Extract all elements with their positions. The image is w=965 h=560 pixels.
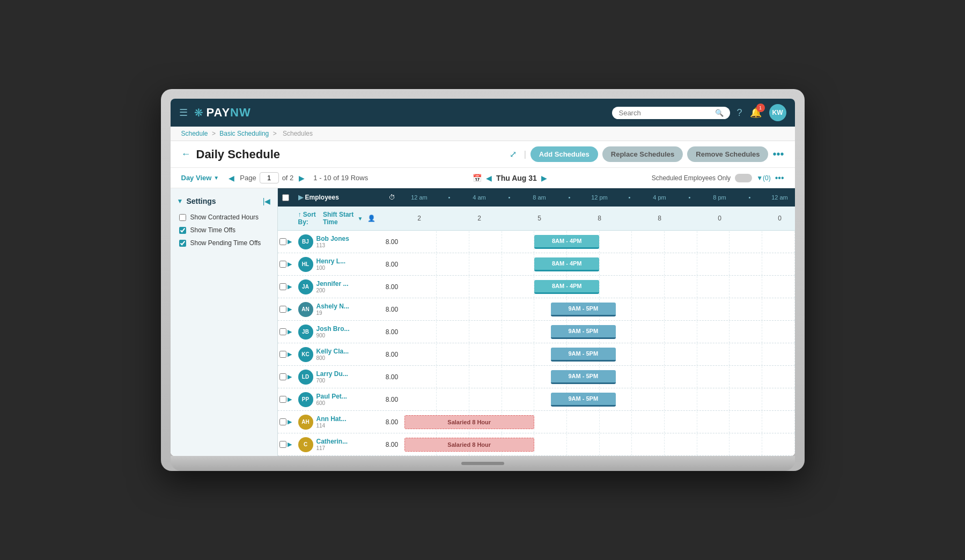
expand-icon[interactable]: ⤢: [510, 149, 517, 159]
shift-bar-1[interactable]: 8AM - 4PM: [534, 257, 600, 271]
emp-timeline-5[interactable]: 9AM - 5PM: [404, 344, 795, 365]
time-offs-checkbox[interactable]: [179, 227, 186, 234]
emp-expand-8[interactable]: ▶: [288, 418, 292, 425]
help-icon[interactable]: ?: [736, 107, 742, 119]
emp-info-3: AN Ashely N... 19: [294, 300, 380, 319]
emp-checkbox-8[interactable]: [279, 418, 286, 425]
shift-bar-6[interactable]: 9AM - 5PM: [551, 370, 616, 384]
emp-id-3: 19: [316, 310, 349, 316]
emp-name-9[interactable]: Catherin...: [316, 438, 348, 445]
back-button[interactable]: ←: [181, 149, 191, 160]
search-bar[interactable]: 🔍: [612, 107, 730, 119]
calendar-icon[interactable]: 📅: [473, 174, 482, 182]
emp-checkbox-2[interactable]: [279, 283, 286, 290]
settings-option-timeoffs[interactable]: Show Time Offs: [171, 224, 277, 237]
employee-row: ▶ JA Jennifer ... 200 8.00 8AM - 4PM: [278, 276, 795, 298]
time-label-4pm: 4 pm: [645, 194, 675, 201]
replace-schedules-button[interactable]: Replace Schedules: [602, 146, 683, 162]
emp-check-8: ▶: [278, 418, 294, 425]
logo-text: PAYNW: [207, 106, 251, 120]
time-label-8pm: 8 pm: [705, 194, 735, 201]
toolbar-more-button[interactable]: •••: [775, 173, 784, 183]
emp-name-0[interactable]: Bob Jones: [316, 235, 349, 242]
emp-timeline-1[interactable]: 8AM - 4PM: [404, 254, 795, 275]
page-prev-button[interactable]: ◀: [226, 174, 237, 182]
shift-bar-7[interactable]: 9AM - 5PM: [551, 393, 616, 407]
settings-option-contracted[interactable]: Show Contracted Hours: [171, 211, 277, 224]
menu-icon[interactable]: ☰: [179, 107, 188, 119]
emp-checkbox-6[interactable]: [279, 373, 286, 380]
emp-info-9: C Catherin... 117: [294, 435, 380, 454]
emp-expand-3[interactable]: ▶: [288, 306, 292, 313]
date-prev-button[interactable]: ◀: [486, 174, 492, 182]
shift-bar-5[interactable]: 9AM - 5PM: [551, 348, 616, 362]
emp-hours-9: 8.00: [380, 439, 404, 451]
page-next-button[interactable]: ▶: [297, 174, 307, 182]
view-dropdown-arrow: ▼: [213, 175, 219, 181]
time-label-dot1: •: [434, 194, 465, 201]
notification-badge: 1: [756, 104, 765, 112]
emp-checkbox-3[interactable]: [279, 306, 286, 313]
emp-name-5[interactable]: Kelly Cla...: [316, 348, 349, 355]
emp-expand-2[interactable]: ▶: [288, 283, 292, 290]
emp-checkbox-0[interactable]: [279, 238, 286, 245]
emp-expand-7[interactable]: ▶: [288, 396, 292, 403]
emp-expand-1[interactable]: ▶: [288, 261, 292, 268]
emp-avatar-8: AH: [298, 415, 313, 430]
employee-row: ▶ HL Henry L... 100 8.00 8AM - 4PM: [278, 253, 795, 276]
emp-timeline-3[interactable]: 9AM - 5PM: [404, 299, 795, 320]
shift-bar-0[interactable]: 8AM - 4PM: [534, 235, 600, 249]
shift-bar-3[interactable]: 9AM - 5PM: [551, 303, 616, 316]
remove-schedules-button[interactable]: Remove Schedules: [687, 146, 768, 162]
emp-checkbox-9[interactable]: [279, 441, 286, 448]
emp-name-4[interactable]: Josh Bro...: [316, 325, 350, 333]
emp-name-3[interactable]: Ashely N...: [316, 303, 349, 310]
emp-expand-9[interactable]: ▶: [288, 441, 292, 448]
shift-bar-2[interactable]: 8AM - 4PM: [534, 280, 600, 294]
page-input[interactable]: [260, 172, 279, 183]
time-label-dot6: •: [735, 194, 765, 201]
time-label-dot2: •: [495, 194, 525, 201]
emp-expand-0[interactable]: ▶: [288, 238, 292, 245]
emp-checkbox-7[interactable]: [279, 396, 286, 403]
user-avatar[interactable]: KW: [769, 104, 786, 121]
emp-timeline-4[interactable]: 9AM - 5PM: [404, 321, 795, 343]
pending-time-offs-checkbox[interactable]: [179, 240, 186, 247]
shift-bar-8[interactable]: Salaried 8 Hour: [404, 415, 534, 429]
emp-expand-5[interactable]: ▶: [288, 351, 292, 358]
shift-bar-9[interactable]: Salaried 8 Hour: [404, 438, 534, 452]
emp-name-8[interactable]: Ann Hat...: [316, 415, 347, 423]
search-input[interactable]: [618, 109, 712, 117]
settings-option-pending[interactable]: Show Pending Time Offs: [171, 237, 277, 249]
emp-timeline-6[interactable]: 9AM - 5PM: [404, 366, 795, 388]
add-schedules-button[interactable]: Add Schedules: [531, 146, 598, 162]
emp-timeline-9[interactable]: Salaried 8 Hour: [404, 434, 795, 455]
view-selector[interactable]: Day View ▼: [181, 174, 219, 182]
more-actions-button[interactable]: •••: [772, 148, 784, 160]
contracted-hours-checkbox[interactable]: [179, 214, 186, 221]
date-next-button[interactable]: ▶: [541, 174, 547, 182]
emp-expand-6[interactable]: ▶: [288, 373, 292, 380]
breadcrumb-schedule[interactable]: Schedule: [181, 130, 208, 137]
sort-field[interactable]: ↑ Sort By: Shift Start Time ▼ 👤: [294, 207, 380, 230]
notification-icon[interactable]: 🔔 1: [750, 107, 762, 119]
collapse-button[interactable]: |◀: [263, 197, 271, 205]
emp-expand-4[interactable]: ▶: [288, 328, 292, 335]
emp-name-6[interactable]: Larry Du...: [316, 370, 348, 378]
select-all-checkbox[interactable]: [282, 194, 289, 201]
emp-name-1[interactable]: Henry L...: [316, 257, 346, 265]
scheduled-only-toggle[interactable]: [735, 174, 752, 182]
emp-name-2[interactable]: Jennifer ...: [316, 280, 349, 288]
filter-button[interactable]: ▼(0): [756, 174, 771, 182]
emp-name-7[interactable]: Paul Pet...: [316, 393, 347, 400]
emp-checkbox-1[interactable]: [279, 261, 286, 268]
toolbar: Day View ▼ ◀ Page of 2 ▶ 1 - 10 of 19 Ro…: [171, 168, 795, 188]
emp-timeline-8[interactable]: Salaried 8 Hour: [404, 411, 795, 433]
breadcrumb-basic-scheduling[interactable]: Basic Scheduling: [219, 130, 269, 137]
emp-timeline-0[interactable]: 8AM - 4PM: [404, 231, 795, 253]
emp-checkbox-5[interactable]: [279, 351, 286, 358]
shift-bar-4[interactable]: 9AM - 5PM: [551, 325, 616, 339]
emp-timeline-7[interactable]: 9AM - 5PM: [404, 389, 795, 410]
emp-checkbox-4[interactable]: [279, 328, 286, 335]
emp-timeline-2[interactable]: 8AM - 4PM: [404, 276, 795, 298]
